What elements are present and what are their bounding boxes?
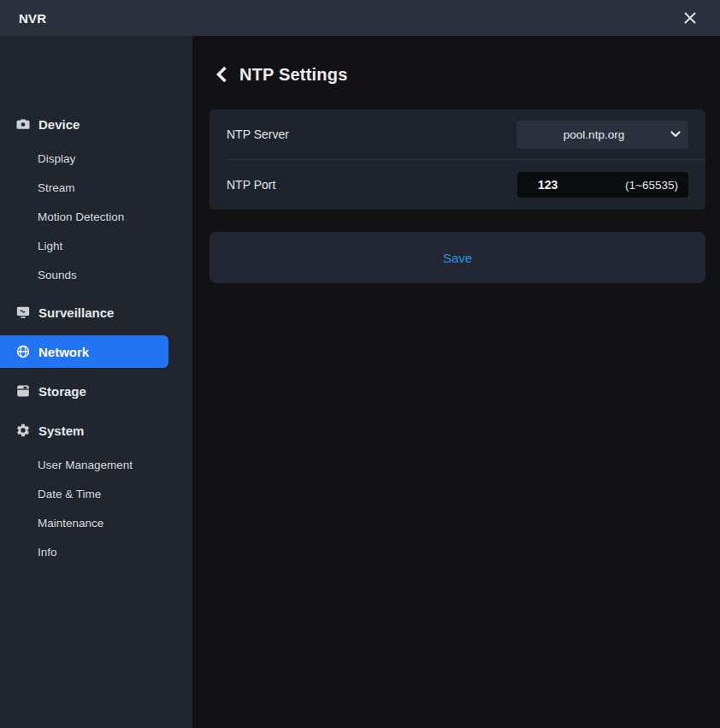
save-button[interactable]: Save [210, 232, 705, 283]
sidebar-item-maintenance[interactable]: Maintenance [0, 508, 192, 537]
ntp-port-input[interactable]: 123 (1~65535) [517, 172, 688, 198]
sidebar-item-light[interactable]: Light [0, 231, 192, 260]
sidebar-item-stream[interactable]: Stream [0, 173, 192, 202]
sidebar-item-surveillance[interactable]: Surveillance [0, 296, 192, 328]
sidebar-item-storage[interactable]: Storage [0, 375, 192, 407]
app-title: NVR [19, 11, 46, 26]
ntp-port-range-hint: (1~65535) [625, 179, 678, 192]
ntp-server-row: NTP Server pool.ntp.org [210, 109, 705, 159]
title-bar: NVR [0, 0, 720, 36]
page-header: NTP Settings [210, 62, 705, 87]
ntp-server-value: pool.ntp.org [516, 128, 663, 141]
sidebar-item-date-time[interactable]: Date & Time [0, 479, 192, 508]
globe-icon [15, 344, 31, 359]
close-icon[interactable] [679, 7, 701, 29]
main-content: NTP Settings NTP Server pool.ntp.org NTP… [192, 36, 720, 728]
sidebar-item-info[interactable]: Info [0, 537, 192, 566]
sidebar-item-display[interactable]: Display [0, 144, 192, 173]
page-title: NTP Settings [239, 65, 348, 85]
back-chevron-icon[interactable] [211, 64, 232, 85]
monitor-icon [15, 305, 31, 320]
ntp-port-value: 123 [538, 178, 558, 192]
ntp-server-dropdown[interactable]: pool.ntp.org [516, 121, 688, 149]
save-button-label: Save [443, 251, 472, 265]
ntp-server-label: NTP Server [227, 127, 289, 141]
chevron-down-icon [663, 131, 688, 138]
hdd-icon [15, 383, 31, 399]
ntp-port-label: NTP Port [227, 178, 275, 192]
sidebar-nav: Device Display Stream Motion Detection L… [0, 36, 192, 728]
sidebar-item-user-management[interactable]: User Management [0, 450, 192, 479]
ntp-settings-panel: NTP Server pool.ntp.org NTP Port 123 (1~… [210, 109, 705, 210]
ntp-port-row: NTP Port 123 (1~65535) [210, 160, 705, 210]
sidebar-item-motion-detection[interactable]: Motion Detection [0, 202, 192, 231]
sidebar-item-device[interactable]: Device [0, 108, 192, 140]
sidebar-item-network[interactable]: Network [0, 335, 168, 368]
gear-icon [15, 423, 31, 438]
sidebar-item-system[interactable]: System [0, 414, 192, 447]
camera-icon [15, 116, 31, 132]
sidebar-item-sounds[interactable]: Sounds [0, 260, 192, 289]
